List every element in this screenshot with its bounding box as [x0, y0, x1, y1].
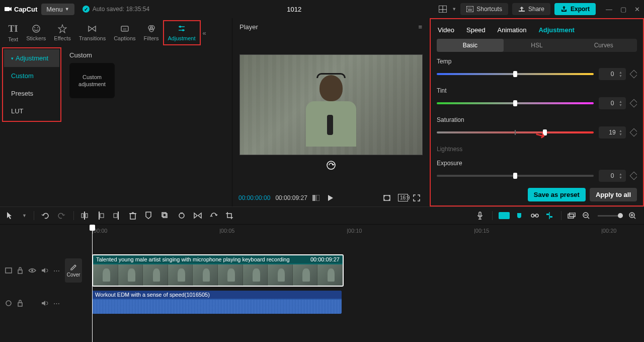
close-icon[interactable]: ✕	[634, 6, 640, 13]
preview-icon[interactable]	[568, 213, 577, 219]
exposure-value[interactable]: 0▲▼	[599, 170, 626, 182]
cover-button[interactable]: Cover	[65, 258, 82, 283]
sidebar-item-custom[interactable]: Custom	[4, 67, 59, 85]
svg-rect-59	[18, 303, 22, 306]
marker-icon[interactable]	[145, 212, 154, 220]
insp-tab-adjustment[interactable]: Adjustment	[538, 26, 575, 34]
saturation-keyframe[interactable]	[630, 128, 637, 137]
magnet-icon[interactable]	[516, 212, 525, 219]
track-toggle-icon[interactable]	[5, 267, 12, 273]
minimize-icon[interactable]: —	[606, 6, 612, 13]
shortcuts-button[interactable]: Shortcuts	[460, 3, 508, 15]
ratio-badge[interactable]: 16:9	[398, 194, 408, 201]
play-icon[interactable]	[328, 194, 338, 201]
collapse-icon[interactable]: «	[203, 29, 206, 37]
tab-stickers[interactable]: Stickers	[22, 21, 50, 44]
zoom-slider[interactable]	[598, 215, 623, 217]
tab-effects[interactable]: Effects	[50, 21, 74, 44]
sidebar-item-presets[interactable]: Presets	[4, 85, 59, 102]
playhead[interactable]	[92, 225, 93, 342]
snap-toggle[interactable]	[499, 212, 510, 219]
player-menu-icon[interactable]: ≡	[418, 23, 422, 31]
svg-rect-33	[130, 214, 135, 219]
subtab-hsl[interactable]: HSL	[504, 39, 571, 52]
menu-button[interactable]: Menu ▼	[41, 4, 74, 15]
tab-adjustment[interactable]: Adjustment	[163, 20, 201, 45]
apply-to-all-button[interactable]: Apply to all	[590, 188, 637, 201]
tab-filters[interactable]: Filters	[140, 21, 163, 44]
content-section-title: Custom	[69, 51, 226, 59]
fullscreen-icon[interactable]	[413, 194, 423, 201]
link-icon[interactable]	[531, 213, 540, 218]
split-icon[interactable]	[81, 212, 90, 220]
video-track[interactable]: Talented young male artist singing with …	[90, 253, 644, 288]
tab-transitions[interactable]: Transitions	[75, 21, 110, 44]
layout-icon[interactable]	[439, 6, 448, 13]
sidebar-header-adjustment[interactable]: ▾Adjustment	[4, 49, 59, 67]
tint-track[interactable]	[437, 102, 594, 104]
delete-icon[interactable]	[129, 212, 138, 220]
svg-point-7	[470, 8, 471, 9]
lock-icon[interactable]	[17, 300, 23, 307]
tint-value[interactable]: 0▲▼	[599, 97, 626, 109]
subtab-curves[interactable]: Curves	[570, 39, 637, 52]
trim-left-icon[interactable]	[97, 212, 106, 220]
pointer-icon[interactable]	[6, 212, 15, 220]
share-icon	[518, 6, 525, 12]
rotate-icon[interactable]	[210, 212, 219, 219]
audio-toggle-icon[interactable]	[5, 300, 12, 306]
subtab-basic[interactable]: Basic	[437, 39, 504, 52]
reverse-icon[interactable]	[178, 212, 187, 219]
undo-icon[interactable]	[41, 212, 50, 219]
tab-text[interactable]: TIText	[4, 21, 22, 45]
crop-icon[interactable]	[162, 212, 171, 219]
share-button[interactable]: Share	[512, 3, 550, 15]
svg-rect-55	[6, 268, 12, 273]
insp-tab-video[interactable]: Video	[438, 26, 454, 34]
maximize-icon[interactable]: ▢	[620, 6, 626, 13]
tint-keyframe[interactable]	[630, 99, 637, 108]
temp-track[interactable]	[437, 73, 594, 75]
svg-rect-46	[568, 214, 574, 218]
mic-icon[interactable]	[477, 212, 486, 220]
trim-right-icon[interactable]	[113, 212, 122, 220]
temp-value[interactable]: 0▲▼	[599, 68, 626, 80]
save-preset-button[interactable]: Save as preset	[528, 188, 586, 201]
compare-icon[interactable]	[312, 195, 323, 201]
sidebar: ▾Adjustment Custom Presets LUT	[0, 45, 63, 207]
exposure-track[interactable]	[437, 175, 594, 177]
more-icon[interactable]: ⋯	[53, 267, 60, 275]
mute-icon[interactable]	[41, 267, 48, 273]
scale-icon[interactable]	[383, 194, 393, 201]
saturation-value[interactable]: 19▲▼	[599, 126, 626, 139]
redo-icon[interactable]	[57, 212, 66, 219]
svg-rect-28	[86, 214, 88, 218]
zoom-out-icon[interactable]	[583, 212, 592, 219]
zoom-in-icon[interactable]	[629, 212, 638, 219]
sync-icon[interactable]	[326, 160, 336, 170]
custom-adjustment-preset[interactable]: Custom adjustment	[69, 63, 115, 98]
video-clip[interactable]: Talented young male artist singing with …	[92, 254, 344, 287]
audio-track[interactable]: Workout EDM with a sense of speed(101650…	[90, 288, 644, 316]
insp-tab-animation[interactable]: Animation	[498, 26, 527, 34]
insp-tab-speed[interactable]: Speed	[466, 26, 486, 34]
mute-icon[interactable]	[41, 300, 48, 306]
lock-icon[interactable]	[17, 267, 23, 274]
align-icon[interactable]	[546, 212, 555, 219]
crop2-icon[interactable]	[226, 212, 235, 219]
audio-clip[interactable]: Workout EDM with a sense of speed(101650…	[92, 291, 342, 314]
temp-keyframe[interactable]	[630, 70, 637, 79]
svg-rect-37	[162, 213, 166, 217]
video-preview[interactable]	[239, 54, 423, 155]
exposure-keyframe[interactable]	[630, 172, 637, 180]
player-title: Player	[239, 23, 258, 31]
export-button[interactable]: Export	[554, 3, 596, 15]
sidebar-item-lut[interactable]: LUT	[4, 102, 59, 120]
time-ruler[interactable]: |00:00 |00:05 |00:10 |00:15 |00:20	[90, 225, 644, 238]
tab-captions[interactable]: ccCaptions	[110, 21, 139, 44]
eye-icon[interactable]	[28, 268, 36, 273]
more-icon[interactable]: ⋯	[53, 300, 60, 307]
mirror-icon[interactable]	[194, 212, 203, 219]
captions-icon: cc	[120, 24, 129, 33]
saturation-track[interactable]	[437, 131, 594, 133]
